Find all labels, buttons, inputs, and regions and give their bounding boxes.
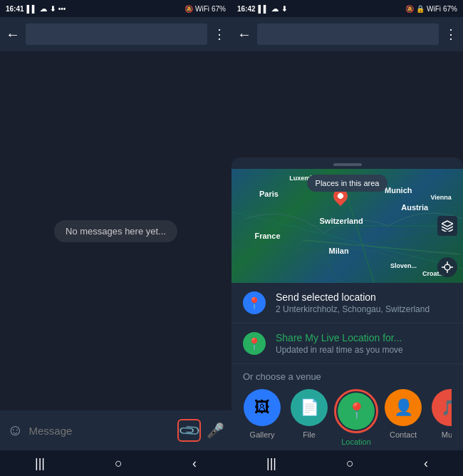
left-status-right: 🔕 WiFi 67% (184, 5, 226, 13)
left-nav-home[interactable]: ○ (115, 456, 123, 471)
map-my-location-button[interactable] (437, 257, 457, 277)
location-icon-border: 📍 (334, 389, 378, 433)
live-location-option[interactable]: 📍 Share My Live Location for... Updated … (232, 324, 463, 364)
mic-button[interactable]: 🎤 (207, 422, 224, 439)
location-label: Location (341, 438, 371, 446)
send-location-icon: 📍 (243, 291, 266, 314)
svg-line-3 (267, 233, 459, 254)
right-nav-bar: ||| ○ ‹ (232, 450, 463, 476)
svg-point-6 (444, 264, 450, 270)
left-chat-area: No messages here yet... (0, 51, 232, 410)
contact-label: Contact (390, 430, 417, 439)
venue-item-location[interactable]: 📍 Location (337, 389, 375, 446)
map-label-vienna: Vienna (430, 194, 451, 201)
left-panel: 16:41 ▌▌ ☁ ⬇ ••• 🔕 WiFi 67% ← ⋮ No messa… (0, 0, 232, 476)
attach-button-box[interactable]: 📎 (177, 419, 201, 442)
map-label-munich: Munich (385, 186, 412, 195)
svg-line-4 (345, 190, 374, 283)
live-location-title: Share My Live Location for... (276, 332, 403, 343)
map-label-france: France (255, 232, 281, 240)
map-label-sloven: Sloven... (390, 262, 417, 269)
live-location-subtitle: Updated in real time as you move (276, 345, 403, 355)
right-nav-back[interactable]: ‹ (424, 456, 428, 471)
map-label-milan: Milan (329, 247, 349, 255)
pin-inner (336, 192, 344, 200)
file-label: File (303, 430, 316, 439)
no-messages-label: No messages here yet... (54, 220, 177, 242)
location-icon-circle: 📍 (338, 393, 375, 430)
left-menu-button[interactable]: ⋮ (213, 26, 226, 42)
map-background: Luxembourg Paris Munich Austria Vienna F… (232, 169, 463, 283)
crosshair-icon (442, 262, 453, 273)
map-label-austria: Austria (401, 203, 428, 212)
gallery-icon-circle: 🖼 (244, 389, 281, 426)
right-nav-home[interactable]: ○ (346, 456, 354, 471)
venue-title: Or choose a venue (243, 371, 452, 382)
map-view[interactable]: Luxembourg Paris Munich Austria Vienna F… (232, 169, 463, 283)
send-location-text: Send selected location 2 Unterkirchholz,… (276, 291, 430, 314)
left-nav-recent[interactable]: ||| (35, 456, 45, 471)
venue-item-gallery[interactable]: 🖼 Gallery (243, 389, 281, 446)
message-input[interactable] (28, 425, 172, 437)
svg-line-1 (288, 183, 338, 283)
left-input-bar: ☺ 📎 🎤 (0, 410, 232, 450)
venue-item-contact[interactable]: 👤 Contact (384, 389, 422, 446)
venue-icons-row: 🖼 Gallery 📄 File 📍 Location 👤 (243, 389, 452, 446)
map-label-paris: Paris (259, 190, 279, 198)
right-back-button[interactable]: ← (237, 26, 251, 43)
right-status-time: 16:42 ▌▌ ☁ ⬇ (237, 5, 287, 13)
attach-icon: 📎 (177, 418, 202, 443)
send-location-title: Send selected location (276, 291, 430, 303)
right-top-bar: ← ⋮ (232, 17, 463, 51)
right-menu-button[interactable]: ⋮ (444, 26, 457, 42)
sheet-handle (333, 163, 362, 166)
right-contact-name (257, 24, 439, 45)
left-back-button[interactable]: ← (6, 26, 20, 43)
left-status-time: 16:41 ▌▌ ☁ ⬇ ••• (6, 5, 66, 13)
left-top-bar: ← ⋮ (0, 17, 232, 51)
layers-icon (442, 220, 453, 232)
left-contact-name (26, 24, 207, 45)
venue-item-file[interactable]: 📄 File (290, 389, 328, 446)
map-label-switzerland: Switzerland (320, 217, 363, 225)
file-icon-circle: 📄 (291, 389, 328, 426)
map-layers-button[interactable] (437, 216, 457, 236)
places-bubble[interactable]: Places in this area (307, 175, 388, 192)
send-location-subtitle: 2 Unterkirchholz, Schongau, Switzerland (276, 304, 430, 314)
music-icon-circle: 🎵 (432, 389, 452, 426)
live-location-text: Share My Live Location for... Updated in… (276, 332, 403, 355)
right-nav-recent[interactable]: ||| (266, 456, 276, 471)
venue-section: Or choose a venue 🖼 Gallery 📄 File 📍 (232, 364, 463, 450)
left-nav-bar: ||| ○ ‹ (0, 450, 232, 476)
left-nav-back[interactable]: ‹ (192, 456, 197, 471)
left-status-bar: 16:41 ▌▌ ☁ ⬇ ••• 🔕 WiFi 67% (0, 0, 232, 17)
emoji-button[interactable]: ☺ (7, 421, 23, 440)
right-status-right: 🔕 🔒 WiFi 67% (405, 5, 457, 13)
location-bottom-sheet: Luxembourg Paris Munich Austria Vienna F… (232, 157, 463, 450)
gallery-label: Gallery (250, 430, 275, 439)
music-label: Mu... (442, 430, 452, 439)
contact-icon-circle: 👤 (385, 389, 422, 426)
send-location-option[interactable]: 📍 Send selected location 2 Unterkirchhol… (232, 283, 463, 324)
right-status-bar: 16:42 ▌▌ ☁ ⬇ 🔕 🔒 WiFi 67% (232, 0, 463, 17)
venue-item-music[interactable]: 🎵 Mu... (431, 389, 452, 446)
live-location-icon: 📍 (243, 332, 266, 355)
right-panel: 16:42 ▌▌ ☁ ⬇ 🔕 🔒 WiFi 67% ← ⋮ (232, 0, 463, 476)
